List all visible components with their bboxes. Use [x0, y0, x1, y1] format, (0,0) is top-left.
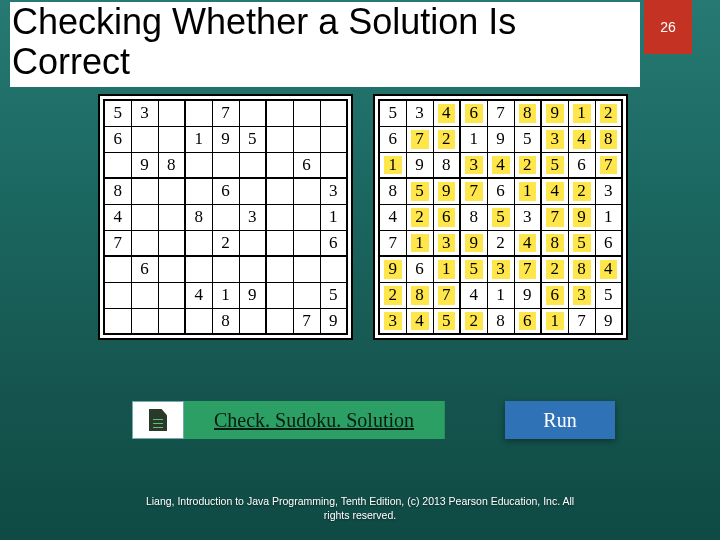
solution-grid: 5346789126721953481983425678597614234268… [378, 99, 623, 335]
sudoku-cell: 6 [514, 308, 541, 334]
sudoku-cell [293, 256, 320, 282]
footer-line2: rights reserved. [0, 508, 720, 522]
sudoku-cell [293, 100, 320, 126]
sudoku-cell: 6 [487, 178, 514, 204]
sudoku-cell: 7 [104, 230, 131, 256]
sudoku-cell [131, 178, 158, 204]
sudoku-cell [266, 126, 293, 152]
sudoku-cell [131, 126, 158, 152]
sudoku-cell: 3 [595, 178, 622, 204]
sudoku-cell [158, 256, 185, 282]
file-chip[interactable] [132, 401, 184, 439]
sudoku-cell: 3 [406, 100, 433, 126]
sudoku-cell: 8 [379, 178, 406, 204]
sudoku-cell [293, 126, 320, 152]
sudoku-cell: 1 [541, 308, 568, 334]
sudoku-cell: 2 [487, 230, 514, 256]
sudoku-cell: 1 [212, 282, 239, 308]
puzzle-grid-wrap: 5376195986863483172664195879 [98, 94, 353, 340]
sudoku-cell [212, 256, 239, 282]
sudoku-cell: 1 [487, 282, 514, 308]
sudoku-cell: 6 [212, 178, 239, 204]
run-button[interactable]: Run [505, 401, 615, 439]
sudoku-cell [239, 308, 266, 334]
sudoku-cell: 5 [568, 230, 595, 256]
sudoku-cell [266, 282, 293, 308]
sudoku-cell [185, 230, 212, 256]
check-sudoku-button[interactable]: Check. Sudoku. Solution [184, 401, 445, 439]
sudoku-cell [266, 204, 293, 230]
sudoku-cell: 5 [541, 152, 568, 178]
sudoku-cell: 9 [406, 152, 433, 178]
sudoku-cell: 9 [379, 256, 406, 282]
sudoku-cell: 2 [595, 100, 622, 126]
sudoku-cell: 8 [568, 256, 595, 282]
sudoku-cell: 9 [131, 152, 158, 178]
sudoku-cell [320, 256, 347, 282]
sudoku-cell: 7 [595, 152, 622, 178]
sudoku-cell: 3 [320, 178, 347, 204]
sudoku-cell: 5 [514, 126, 541, 152]
sudoku-cell [158, 308, 185, 334]
sudoku-cell [266, 308, 293, 334]
sudoku-cell: 3 [541, 126, 568, 152]
sudoku-cell: 2 [541, 256, 568, 282]
sudoku-cell: 1 [379, 152, 406, 178]
puzzle-grid: 5376195986863483172664195879 [103, 99, 348, 335]
sudoku-cell [104, 152, 131, 178]
sudoku-cell: 9 [320, 308, 347, 334]
sudoku-cell: 7 [568, 308, 595, 334]
sudoku-cell: 8 [460, 204, 487, 230]
sudoku-cell [239, 230, 266, 256]
sudoku-cell: 8 [514, 100, 541, 126]
sudoku-cell: 8 [433, 152, 460, 178]
sudoku-cell: 6 [293, 152, 320, 178]
sudoku-cell: 9 [568, 204, 595, 230]
sudoku-cell [104, 282, 131, 308]
sudoku-cell: 7 [460, 178, 487, 204]
sudoku-cell [158, 230, 185, 256]
sudoku-cell [212, 152, 239, 178]
sudoku-cell: 3 [568, 282, 595, 308]
sudoku-cell: 5 [595, 282, 622, 308]
sudoku-cell [320, 126, 347, 152]
sudoku-cell: 4 [433, 100, 460, 126]
sudoku-cell [131, 308, 158, 334]
sudoku-cell: 3 [379, 308, 406, 334]
sudoku-cell: 2 [379, 282, 406, 308]
sudoku-cell: 9 [487, 126, 514, 152]
sudoku-cell: 6 [460, 100, 487, 126]
sudoku-cell [293, 282, 320, 308]
sudoku-cell [266, 178, 293, 204]
sudoku-cell: 3 [433, 230, 460, 256]
sudoku-cell [158, 126, 185, 152]
sudoku-cell: 6 [406, 256, 433, 282]
sudoku-cell: 4 [104, 204, 131, 230]
sudoku-cell: 9 [460, 230, 487, 256]
sudoku-cell [293, 178, 320, 204]
sudoku-cell: 1 [595, 204, 622, 230]
sudoku-cell: 8 [185, 204, 212, 230]
sudoku-cell: 3 [239, 204, 266, 230]
sudoku-cell [266, 100, 293, 126]
sudoku-cell: 1 [406, 230, 433, 256]
sudoku-cell [158, 178, 185, 204]
sudoku-cell [131, 282, 158, 308]
sudoku-cell: 4 [568, 126, 595, 152]
sudoku-cell: 8 [406, 282, 433, 308]
sudoku-cell: 8 [212, 308, 239, 334]
sudoku-cell: 4 [595, 256, 622, 282]
sudoku-cell: 6 [595, 230, 622, 256]
sudoku-cell: 1 [568, 100, 595, 126]
sudoku-cell [104, 256, 131, 282]
sudoku-cell [266, 256, 293, 282]
sudoku-cell: 1 [320, 204, 347, 230]
sudoku-cell: 2 [406, 204, 433, 230]
sudoku-cell: 3 [131, 100, 158, 126]
sudoku-cell: 5 [460, 256, 487, 282]
sudoku-cell: 1 [185, 126, 212, 152]
sudoku-cell: 1 [460, 126, 487, 152]
sudoku-cell: 6 [320, 230, 347, 256]
solution-grid-wrap: 5346789126721953481983425678597614234268… [373, 94, 628, 340]
sudoku-cell: 6 [433, 204, 460, 230]
